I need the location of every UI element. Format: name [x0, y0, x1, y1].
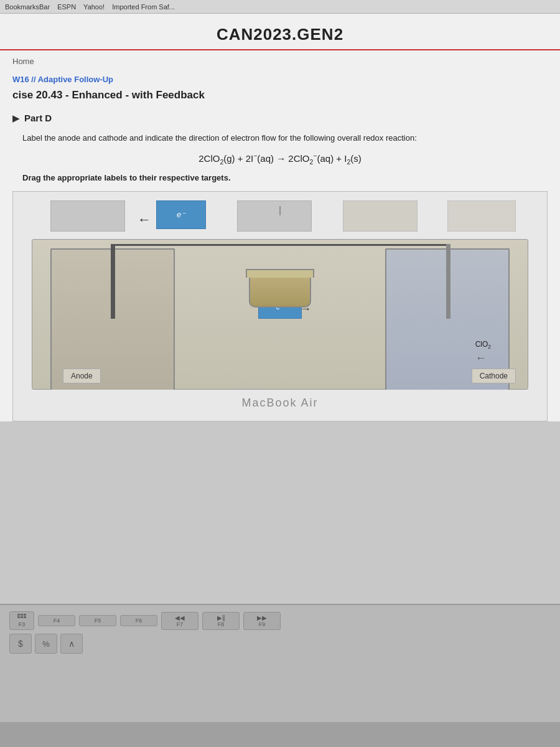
electron-flow-box-top[interactable]: e⁻ [156, 200, 206, 229]
clo2-label: ClO2 ← [475, 340, 491, 364]
bookmarks-bar-label: BookmarksBar [5, 3, 50, 11]
equation-text: 2ClO2(g) + 2I−(aq) → 2ClO2−(aq) + I2(s) [198, 153, 362, 164]
fn-key-f9[interactable]: ▶▶ F9 [243, 612, 281, 630]
part-arrow-icon: ▶ [12, 113, 19, 123]
exercise-heading: cise 20.43 - Enhanced - with Feedback [0, 87, 560, 108]
key-dollar[interactable]: $ [9, 634, 32, 654]
svg-rect-2 [24, 614, 26, 616]
part-label: ▶ Part D [0, 108, 560, 128]
page-title-bar: CAN2023.GEN2 [0, 14, 560, 50]
svg-rect-5 [24, 616, 26, 618]
main-content: CAN2023.GEN2 Home W16 // Adaptive Follow… [0, 14, 560, 421]
cathode-label[interactable]: Cathode [472, 369, 516, 383]
section-heading: W16 // Adaptive Follow-Up [0, 72, 560, 87]
key-percent-symbol: % [42, 639, 50, 649]
fn-key-f6[interactable]: F6 [120, 615, 157, 626]
middle-box-1 [237, 200, 312, 232]
fn-key-f7-icon: ◀◀ [175, 614, 185, 621]
key-dollar-symbol: $ [18, 639, 23, 649]
macbook-label: MacBook Air [241, 397, 318, 410]
imported-label: Imported From Saf... [112, 3, 175, 11]
yahoo-label: Yahoo! [83, 3, 105, 11]
svg-rect-3 [17, 616, 20, 618]
top-left-box [50, 200, 125, 232]
middle-box-2 [343, 200, 418, 232]
laptop-bottom [0, 722, 560, 747]
espn-label: ESPN [57, 3, 76, 11]
fn-key-f9-icon: ▶▶ [257, 614, 267, 621]
svg-rect-0 [17, 614, 20, 616]
fn-key-f7-label: F7 [167, 621, 193, 627]
key-caret[interactable]: ∧ [60, 634, 83, 654]
electron-symbol-top: e⁻ [177, 210, 185, 219]
svg-rect-4 [21, 616, 23, 618]
fn-key-f5-label: F5 [85, 618, 111, 624]
left-electrode-rod [111, 244, 115, 319]
fn-key-f4-label: F4 [44, 618, 70, 624]
fn-key-f8[interactable]: ▶‖ F8 [202, 612, 240, 630]
fn-key-f3[interactable]: F3 [9, 611, 34, 630]
clo2-text: ClO2 [475, 340, 491, 349]
key-caret-symbol: ∧ [68, 639, 75, 649]
equation-container: 2ClO2(g) + 2I−(aq) → 2ClO2−(aq) + I2(s) [0, 147, 560, 171]
fn-key-f7[interactable]: ◀◀ F7 [161, 612, 198, 630]
fn-key-f8-icon: ▶‖ [217, 614, 225, 621]
num-key-row: $ % ∧ [0, 634, 560, 654]
svg-rect-1 [21, 614, 23, 616]
fn-key-row: F3 F4 F5 F6 ◀◀ F7 ▶‖ F8 ▶▶ F9 [0, 605, 560, 634]
fn-key-f3-label: F3 [15, 614, 29, 627]
right-electrode-rod [446, 244, 450, 319]
salt-bridge-top [246, 269, 314, 278]
right-box [447, 200, 516, 232]
cell-area: e⁻ → Anode Cathode ClO2 ← [32, 239, 528, 390]
anode-label[interactable]: Anode [63, 369, 101, 383]
key-percent[interactable]: % [35, 634, 57, 654]
question-text: Label the anode and cathode and indicate… [0, 128, 560, 147]
instruction-text: Drag the appropriate labels to their res… [0, 171, 560, 187]
fn-key-f6-label: F6 [126, 618, 152, 624]
page-title: CAN2023.GEN2 [0, 25, 560, 44]
diagram-area: I ← e⁻ [12, 191, 548, 421]
clo2-arrow-icon: ← [475, 352, 491, 365]
fn-key-f5[interactable]: F5 [79, 615, 116, 626]
diagram-inner: I ← e⁻ [13, 192, 547, 421]
fn-key-f8-label: F8 [208, 621, 234, 627]
left-arrow-icon: ← [138, 212, 151, 228]
browser-bar: BookmarksBar ESPN Yahoo! Imported From S… [0, 0, 560, 14]
breadcrumb[interactable]: Home [0, 50, 560, 72]
fn-key-f4[interactable]: F4 [38, 615, 75, 626]
fn-key-f9-label: F9 [249, 621, 275, 627]
part-label-text: Part D [24, 113, 52, 123]
wire-horizontal [111, 244, 449, 246]
